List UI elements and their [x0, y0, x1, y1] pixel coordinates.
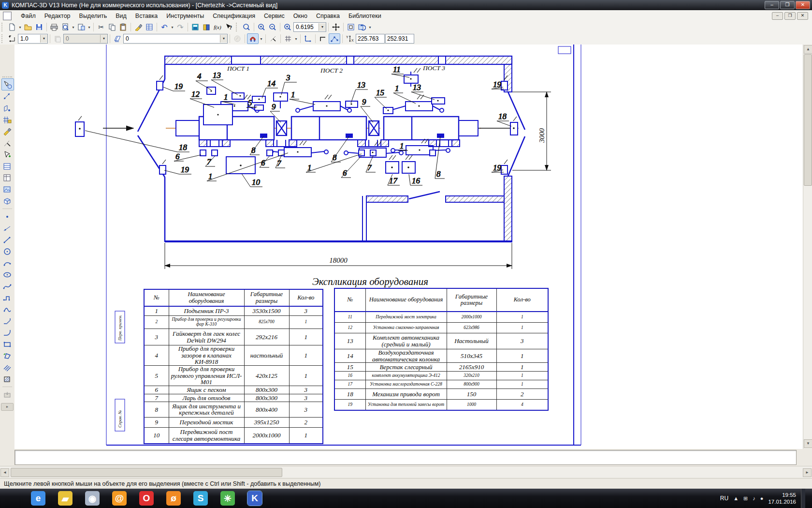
tool-collect-contour-icon[interactable] — [1, 350, 13, 361]
menu-item-8[interactable]: Окно — [289, 12, 312, 20]
grid-dropdown[interactable]: ▾ — [294, 34, 298, 44]
menu-item-5[interactable]: Инструменты — [162, 12, 208, 20]
webmoney-icon[interactable]: ✳ — [220, 491, 235, 506]
variables-icon[interactable]: f(x) — [212, 22, 223, 32]
document-properties-dropdown[interactable]: ▾ — [87, 22, 91, 32]
scroll-down-icon[interactable]: ▼ — [804, 439, 812, 448]
pan-icon[interactable] — [331, 22, 341, 32]
tool-auxiliary-line-icon[interactable] — [1, 223, 13, 234]
layer-combo[interactable]: 0▾ — [123, 34, 228, 44]
vertical-scroll-thumb[interactable] — [804, 54, 812, 186]
tool-hatch-icon[interactable] — [1, 374, 13, 385]
properties-table-icon[interactable] — [144, 22, 155, 32]
window-manager-icon[interactable] — [190, 22, 201, 32]
print-preview-icon[interactable] — [60, 22, 71, 32]
tool-point-icon[interactable] — [1, 211, 13, 222]
panel-selection-icon[interactable] — [1, 149, 13, 160]
tray-expand-icon[interactable]: ▲ — [733, 495, 739, 501]
mdi-close-button[interactable]: ✕ — [797, 12, 808, 20]
message-field[interactable] — [14, 450, 797, 465]
zoom-scale-icon[interactable] — [282, 22, 293, 32]
zoom-out-icon[interactable] — [267, 22, 278, 32]
mdi-minimize-button[interactable]: – — [772, 12, 783, 20]
kompas-icon[interactable]: K — [247, 491, 262, 506]
menu-item-6[interactable]: Спецификация — [208, 12, 260, 20]
close-button[interactable]: ✕ — [796, 1, 810, 9]
panel-measure-icon[interactable] — [1, 137, 13, 149]
menu-item-1[interactable]: Редактор — [40, 12, 75, 20]
zoom-area-icon[interactable] — [241, 22, 252, 32]
toolbar-grip[interactable] — [1, 23, 5, 31]
panel-geometry-icon[interactable] — [1, 78, 14, 90]
folder-icon[interactable]: ▰ — [58, 491, 72, 506]
tool-rectangle-icon[interactable] — [1, 339, 13, 350]
snap-dropdown[interactable]: ▾ — [259, 34, 263, 44]
opera-icon[interactable]: O — [139, 491, 154, 506]
tray-display-icon[interactable]: ⊞ — [743, 495, 748, 502]
print-icon[interactable] — [49, 22, 59, 32]
cursor-step-icon[interactable] — [7, 34, 17, 44]
tool-segment-icon[interactable] — [1, 234, 13, 245]
undo-dropdown[interactable]: ▾ — [170, 22, 174, 32]
scroll-right-icon[interactable]: ► — [803, 468, 812, 477]
ie-icon[interactable]: e — [31, 491, 45, 506]
panel-editing-icon[interactable] — [1, 126, 13, 137]
toolbar-grip[interactable] — [236, 23, 239, 31]
coord-x-field[interactable]: 225.763 — [356, 34, 385, 44]
panel-collapse-handle[interactable]: ▸ — [1, 403, 14, 411]
restore-button[interactable]: ❐ — [780, 1, 795, 9]
panel-view-icon[interactable] — [1, 195, 13, 207]
menu-item-9[interactable]: Справка — [312, 12, 344, 20]
menu-item-4[interactable]: Вставка — [131, 12, 162, 20]
rounding-icon[interactable] — [318, 34, 328, 44]
copy-properties-icon[interactable] — [133, 22, 144, 32]
tray-volume-icon[interactable]: ♪ — [753, 495, 755, 501]
tool-ellipse-icon[interactable] — [1, 269, 13, 280]
panel-insert-icon[interactable] — [1, 184, 13, 195]
tool-circle-icon[interactable] — [1, 246, 13, 257]
cut-icon[interactable]: ✂ — [96, 22, 106, 32]
menu-item-10[interactable]: Библиотеки — [344, 12, 386, 20]
mailru-agent-icon[interactable]: @ — [112, 491, 127, 506]
redo-icon[interactable]: ↷ — [175, 22, 186, 32]
layer-groups-icon[interactable] — [52, 34, 63, 44]
snap-points-icon[interactable] — [329, 33, 340, 44]
menu-item-3[interactable]: Вид — [111, 12, 131, 20]
menu-item-2[interactable]: Выделить — [75, 12, 112, 20]
taskbar-clock[interactable]: 19:55 17.01.2016 — [768, 492, 796, 506]
new-document-dropdown[interactable]: ▾ — [18, 22, 22, 32]
panel-reports-icon[interactable] — [1, 172, 13, 183]
language-indicator[interactable]: RU — [720, 495, 728, 502]
minimize-button[interactable]: – — [765, 1, 779, 9]
local-csys-icon[interactable] — [303, 34, 313, 44]
vertical-scrollbar[interactable]: ▲ ▼ — [803, 45, 812, 449]
new-document-icon[interactable] — [7, 22, 17, 32]
fit-document-icon[interactable] — [346, 22, 356, 32]
panel-dimensions-icon[interactable] — [1, 91, 13, 102]
scroll-left-icon[interactable]: ◄ — [0, 468, 9, 477]
paste-icon[interactable] — [118, 22, 129, 32]
tool-bezier-icon[interactable] — [1, 304, 13, 315]
tool-chamfer-icon[interactable] — [1, 315, 13, 327]
show-desktop-button[interactable] — [801, 489, 805, 508]
tool-fillet-icon[interactable] — [1, 327, 13, 338]
layers-icon[interactable] — [112, 34, 123, 44]
cursor-step-combo[interactable]: 1.0▾ — [18, 34, 48, 44]
firefox-icon[interactable]: ø — [166, 491, 181, 506]
print-preview-dropdown[interactable]: ▾ — [71, 22, 75, 32]
mdi-restore-button[interactable]: ❐ — [784, 12, 796, 20]
scroll-up-icon[interactable]: ▲ — [804, 45, 812, 54]
copy-layer-properties-icon[interactable] — [232, 34, 243, 44]
document-properties-icon[interactable] — [76, 22, 87, 32]
panel-specification-icon[interactable] — [1, 161, 13, 172]
tray-network-icon[interactable]: ● — [760, 495, 764, 501]
skype-icon[interactable]: S — [193, 491, 208, 506]
horizontal-scroll-thumb[interactable] — [11, 468, 282, 477]
tool-hatch-lines-icon[interactable] — [1, 362, 13, 373]
toolbar-grip[interactable] — [1, 34, 5, 43]
open-icon[interactable] — [23, 22, 33, 32]
refresh-view-icon[interactable] — [357, 22, 367, 32]
panel-parametrization-icon[interactable] — [1, 114, 13, 125]
copy-icon[interactable] — [107, 22, 117, 32]
snap-magnet-icon[interactable] — [247, 33, 259, 44]
